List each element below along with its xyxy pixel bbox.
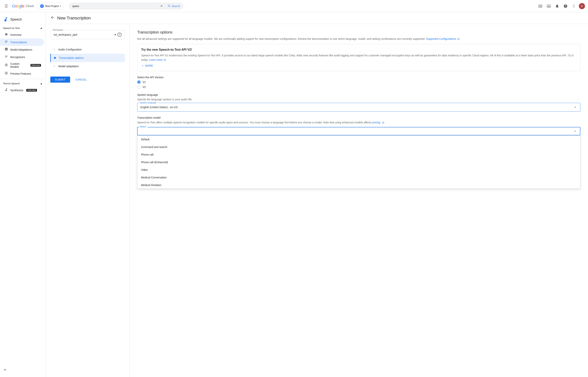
pricing-link[interactable]: pricing. [372, 121, 381, 124]
supported-configurations-link[interactable]: Supported Configurations [426, 37, 456, 40]
model-adaptation-dot [53, 65, 55, 67]
v1-radio-dot [138, 81, 140, 83]
sidebar-item-synthesize[interactable]: Synthesize PREVIEW [0, 86, 44, 94]
project-selector[interactable]: T Test Project ▾ [37, 3, 64, 9]
speech-to-text-section[interactable]: Speech-to-Text ▲ [0, 25, 46, 31]
workspace-label: Workspace [52, 29, 64, 31]
devtools-icon[interactable] [537, 3, 544, 10]
v1-label: V1 [143, 81, 146, 83]
custom-models-icon [5, 63, 8, 68]
synthesize-icon [5, 88, 8, 92]
model-option-default[interactable]: Default [137, 136, 580, 143]
cloud-label: Cloud [26, 4, 34, 8]
api-version-label: Select the API Version [137, 76, 580, 79]
wizard-step-model-adaptation[interactable]: Model adaptation [50, 62, 125, 71]
svg-point-1 [6, 64, 7, 66]
wizard-step-audio-config[interactable]: Audio Configuration [50, 45, 125, 54]
transcriptions-icon [5, 40, 8, 44]
model-field-label: Model * [139, 126, 148, 128]
sidebar-item-model-adaptations[interactable]: Model Adaptations [0, 46, 44, 53]
wizard-steps: Audio Configuration Transcription option… [50, 45, 125, 71]
left-panel: Workspace sst_workspace_ppd ▾ ? Audio Co… [46, 24, 130, 377]
api-version-radio-group: V1 V2 [137, 80, 580, 89]
transcription-model-title: Transcription model [137, 116, 580, 119]
more-icon[interactable] [570, 3, 577, 10]
custom-models-label: Custom Models [10, 62, 27, 68]
workspace-selector[interactable]: Workspace sst_workspace_ppd ▾ ? [50, 30, 125, 39]
search-label: Search [172, 5, 180, 8]
action-buttons: SUBMIT CANCEL [50, 77, 125, 83]
search-clear-icon[interactable]: ✕ [160, 4, 163, 8]
wizard-step-transcription-options[interactable]: Transcription options [50, 54, 125, 62]
speech-label: Speech [10, 18, 22, 22]
v1-radio-circle [137, 80, 141, 84]
v2-radio-circle [137, 85, 141, 89]
notifications-icon[interactable] [554, 3, 561, 10]
model-adaptation-label: Model adaptation [58, 65, 79, 68]
model-dropdown-arrow [573, 129, 577, 133]
api-v2-option[interactable]: V2 [137, 85, 580, 89]
search-button[interactable]: Search [168, 4, 180, 8]
google-logo-text: Google [12, 4, 24, 9]
svg-point-3 [6, 72, 7, 74]
v2-label: V2 [143, 85, 146, 89]
spoken-language-field: Spoken language Specify the language spo… [137, 93, 580, 112]
spoken-language-field-label: Spoken language * [139, 102, 158, 104]
model-option-phone-call[interactable]: Phone call [137, 151, 580, 158]
model-dropdown-trigger[interactable] [137, 127, 580, 135]
recognizers-icon [5, 55, 8, 59]
sidebar-item-custom-models[interactable]: Custom Models PREVIEW [0, 61, 44, 70]
avatar[interactable]: G [579, 3, 585, 9]
workspace-help-icon[interactable]: ? [117, 33, 121, 37]
search-input[interactable] [72, 5, 159, 8]
speech-product-header[interactable]: Speech [0, 15, 46, 25]
help-icon[interactable] [562, 3, 569, 10]
sidebar: Speech Speech-to-Text ▲ Overview Transcr… [0, 12, 46, 377]
search-bar: ✕ Search [69, 3, 183, 9]
terminal-icon[interactable] [545, 3, 552, 10]
api-v1-option[interactable]: V1 [137, 80, 580, 84]
topbar-actions: G [537, 3, 585, 10]
learn-more-link[interactable]: Learn more [149, 58, 163, 61]
model-option-medical-conversation[interactable]: Medical Conversation [137, 174, 580, 181]
more-button[interactable]: MORE [141, 64, 153, 67]
page-header: New Transcription [46, 12, 588, 24]
model-option-command-and-search[interactable]: Command and search [137, 143, 580, 151]
spoken-language-section-label: Spoken language [137, 93, 580, 96]
sidebar-item-recognizers[interactable]: Recognizers [0, 53, 44, 61]
sidebar-collapse-button[interactable] [0, 365, 46, 374]
tts-collapse-icon: ▲ [40, 82, 43, 85]
google-cloud-logo[interactable]: Google Cloud [12, 4, 34, 9]
back-button[interactable] [50, 15, 55, 21]
submit-button[interactable]: SUBMIT [50, 77, 70, 83]
language-select[interactable]: Spoken language * English (United States… [137, 103, 580, 112]
workspace-dropdown-icon: ▾ [115, 33, 116, 36]
menu-icon[interactable]: ☰ [3, 2, 10, 10]
model-adaptations-label: Model Adaptations [10, 48, 32, 51]
synthesize-preview-badge: PREVIEW [26, 89, 37, 92]
language-select-wrapper: Spoken language * English (United States… [137, 103, 580, 112]
page-title: New Transcription [57, 16, 91, 21]
info-box-text: Speech-to-Text API V2 modernizes the exi… [141, 53, 576, 62]
info-box-title: Try the new Speech-to-Text API V2! [141, 48, 576, 51]
synthesize-label: Synthesize [10, 89, 23, 92]
home-icon [5, 33, 8, 37]
transcription-options-label: Transcription options [59, 56, 84, 59]
transcription-options-title: Transcription options [137, 30, 580, 35]
transcription-model-desc: Speech-to-Text offers multiple speech re… [137, 120, 580, 125]
preview-features-label: Preview Features [10, 72, 31, 75]
text-to-speech-section[interactable]: Text-to-Speech ▲ [0, 81, 46, 86]
cancel-button[interactable]: CANCEL [72, 77, 90, 83]
transcriptions-label: Transcriptions [10, 41, 27, 44]
sidebar-item-overview[interactable]: Overview [0, 31, 44, 38]
project-dropdown-arrow: ▾ [60, 5, 61, 7]
model-option-phone-call-enhanced[interactable]: Phone call (Enhanced) [137, 158, 580, 166]
project-icon: T [40, 4, 44, 8]
sidebar-divider [0, 79, 46, 79]
app-container: Speech Speech-to-Text ▲ Overview Transcr… [0, 12, 588, 377]
model-option-video[interactable]: Video [137, 166, 580, 174]
model-option-medical-dictation[interactable]: Medical Dictation [137, 181, 580, 189]
sidebar-item-preview-features[interactable]: Preview Features [0, 70, 44, 77]
preview-features-icon [5, 71, 8, 76]
sidebar-item-transcriptions[interactable]: Transcriptions [0, 38, 44, 46]
